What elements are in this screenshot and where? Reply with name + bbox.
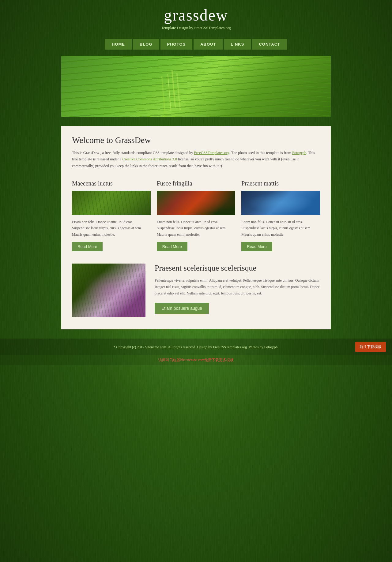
- col-2-read-more[interactable]: Read More: [157, 242, 187, 251]
- col-3-heading: Praesent mattis: [241, 180, 320, 187]
- column-2: Fusce fringilla Etiam non felis. Donec u…: [157, 180, 236, 251]
- welcome-text-1: This is GrassDew , a free, fully standar…: [72, 151, 194, 155]
- site-header: grassdew Template Design by FreeCSSTempl…: [61, 0, 331, 33]
- col-2-image: [157, 191, 236, 215]
- welcome-section: Welcome to GrassDew This is GrassDew , a…: [72, 135, 320, 169]
- col-1-heading: Maecenas luctus: [72, 180, 151, 187]
- feature-content: Praesent scelerisque scelerisque Pellent…: [155, 264, 320, 314]
- three-columns: Maecenas luctus Etiam non felis. Donec u…: [72, 180, 320, 251]
- col-1-read-more[interactable]: Read More: [72, 242, 103, 251]
- col-2-text: Etiam non felis. Donec ut ante. In id er…: [157, 219, 236, 238]
- nav-photos[interactable]: PHOTOS: [160, 39, 193, 50]
- nav-blog[interactable]: BLOG: [133, 39, 159, 50]
- freecss-link[interactable]: FreeCSSTemplates.org: [194, 151, 229, 155]
- col-3-read-more[interactable]: Read More: [241, 242, 272, 251]
- nav-links[interactable]: LINKS: [224, 39, 251, 50]
- feature-text: Pellentesque viverra vulputate enim. Ali…: [155, 277, 320, 297]
- welcome-heading: Welcome to GrassDew: [72, 135, 320, 145]
- fotogrph-link[interactable]: Fotogrph: [292, 151, 306, 155]
- watermark: 访问叫鸟红区bbs.xieniao.com免费下载更多模板: [0, 355, 392, 365]
- cc-link[interactable]: Creative Commons Attributions 3.0: [123, 157, 177, 161]
- welcome-text-2: . The photo used in this template is fro…: [229, 151, 292, 155]
- nav-about[interactable]: ABOUT: [194, 39, 223, 50]
- hero-image: [61, 56, 331, 117]
- main-content: Welcome to GrassDew This is GrassDew , a…: [61, 126, 331, 329]
- site-title: grassdew: [61, 6, 331, 24]
- feature-image: [72, 264, 145, 317]
- col-1-image: [72, 191, 151, 215]
- feature-section: Praesent scelerisque scelerisque Pellent…: [72, 264, 320, 317]
- main-nav: HOME BLOG PHOTOS ABOUT LINKS CONTACT: [61, 39, 331, 50]
- column-1: Maecenas luctus Etiam non felis. Donec u…: [72, 180, 151, 251]
- site-footer: * Copyright (c) 2012 Sitename.com. All r…: [0, 339, 392, 355]
- watermark-text: 访问叫鸟红区bbs.xieniao.com免费下载更多模板: [158, 358, 234, 362]
- col-3-text: Etiam non felis. Donec ut ante. In id er…: [241, 219, 320, 238]
- nav-home[interactable]: HOME: [105, 39, 132, 50]
- footer-text: * Copyright (c) 2012 Sitename.com. All r…: [113, 345, 278, 349]
- nav-contact[interactable]: CONTACT: [252, 39, 287, 50]
- etiam-button[interactable]: Etiam posuere augue: [155, 303, 209, 314]
- col-3-image: [241, 191, 320, 215]
- feature-heading: Praesent scelerisque scelerisque: [155, 264, 320, 273]
- col-1-text: Etiam non felis. Donec ut ante. In id er…: [72, 219, 151, 238]
- col-2-heading: Fusce fringilla: [157, 180, 236, 187]
- column-3: Praesent mattis Etiam non felis. Donec u…: [241, 180, 320, 251]
- welcome-text: This is GrassDew , a free, fully standar…: [72, 150, 320, 169]
- download-button[interactable]: 前往下载模板: [355, 342, 386, 352]
- site-subtitle: Template Design by FreeCSSTemplates.org: [61, 25, 331, 30]
